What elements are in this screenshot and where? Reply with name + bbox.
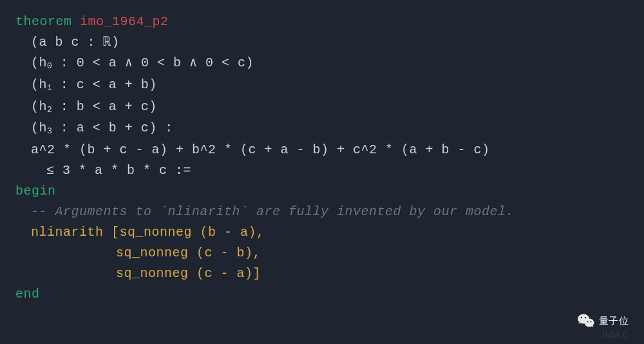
tactic-name: nlinarith [31, 225, 104, 240]
svg-point-5 [587, 321, 588, 323]
tactic-args: sq_nonneg (c - b), [116, 245, 261, 260]
watermark: 量子位 [577, 313, 629, 329]
svg-point-6 [590, 321, 591, 323]
svg-point-3 [580, 317, 582, 318]
wechat-icon [577, 313, 595, 329]
code-line-10: -- Arguments to `nlinarith` are fully in… [15, 202, 629, 222]
tactic-args: sq_nonneg (c - a)] [116, 266, 261, 281]
code-line-3: (h0 : 0 < a ∧ 0 < b ∧ 0 < c) [15, 53, 629, 75]
comment-text: -- Arguments to `nlinarith` are fully in… [31, 204, 514, 219]
code-line-14: end [15, 284, 629, 305]
code-line-6: (h3 : a < b + c) : [15, 118, 629, 140]
code-line-11: nlinarith [sq_nonneg (b - a), [15, 222, 629, 243]
faded-watermark: itdw.c [603, 327, 627, 341]
svg-point-4 [584, 317, 585, 318]
tactic-args: [sq_nonneg (b - a), [104, 225, 265, 240]
code-line-4: (h1 : c < a + b) [15, 75, 629, 97]
code-line-1: theorem imo_1964_p2 [15, 12, 629, 32]
code-block: theorem imo_1964_p2 (a b c : ℝ) (h0 : 0 … [15, 12, 629, 305]
code-line-7: a^2 * (b + c - a) + b^2 * (c + a - b) + … [15, 140, 629, 160]
code-line-13: sq_nonneg (c - a)] [15, 263, 629, 284]
code-line-9: begin [15, 181, 629, 202]
theorem-name: imo_1964_p2 [72, 14, 169, 29]
code-line-12: sq_nonneg (c - b), [15, 243, 629, 263]
keyword-theorem: theorem [15, 14, 72, 29]
keyword-begin: begin [15, 184, 56, 198]
keyword-end: end [15, 287, 40, 301]
code-line-5: (h2 : b < a + c) [15, 97, 629, 119]
code-line-2: (a b c : ℝ) [15, 32, 629, 53]
code-line-8: ≤ 3 * a * b * c := [15, 160, 629, 181]
watermark-text: 量子位 [599, 313, 629, 329]
